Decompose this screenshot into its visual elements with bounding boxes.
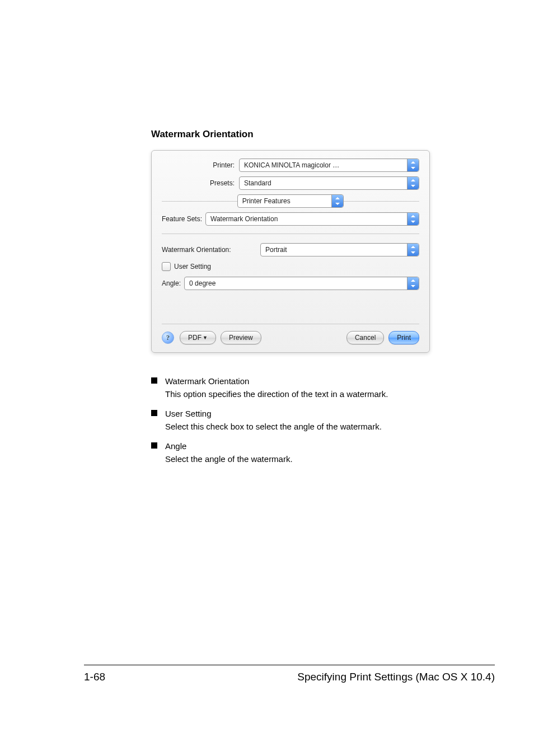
bullet-head: User Setting bbox=[165, 408, 382, 419]
help-button[interactable]: ? bbox=[162, 332, 174, 344]
pdf-menu-button[interactable]: PDF ▼ bbox=[180, 331, 216, 344]
bullet-body: This option specifies the direction of t… bbox=[165, 388, 388, 400]
divider bbox=[162, 324, 419, 324]
print-button[interactable]: Print bbox=[388, 331, 419, 344]
updown-arrows-icon bbox=[331, 195, 343, 207]
list-item: Angle Select the angle of the watermark. bbox=[151, 440, 467, 465]
presets-label: Presets: bbox=[162, 179, 239, 187]
print-dialog: Printer: KONICA MINOLTA magicolor … Pres… bbox=[151, 150, 430, 353]
watermark-orientation-label: Watermark Orientation: bbox=[162, 246, 260, 254]
presets-select[interactable]: Standard bbox=[239, 176, 419, 190]
pane-select-value: Printer Features bbox=[238, 197, 332, 205]
printer-select[interactable]: KONICA MINOLTA magicolor … bbox=[239, 158, 419, 172]
feature-sets-value: Watermark Orientation bbox=[206, 215, 407, 223]
print-label: Print bbox=[397, 334, 411, 342]
bullet-head: Watermark Orientation bbox=[165, 375, 388, 387]
feature-sets-select[interactable]: Watermark Orientation bbox=[205, 212, 419, 226]
divider bbox=[162, 201, 237, 202]
cancel-button[interactable]: Cancel bbox=[346, 331, 384, 344]
bullet-head: Angle bbox=[165, 440, 293, 452]
angle-value: 0 degree bbox=[185, 279, 407, 287]
feature-sets-label: Feature Sets: bbox=[162, 215, 205, 223]
pane-select[interactable]: Printer Features bbox=[237, 194, 344, 208]
bullet-list: Watermark Orientation This option specif… bbox=[151, 375, 467, 465]
printer-select-value: KONICA MINOLTA magicolor … bbox=[240, 161, 407, 169]
section-heading: Watermark Orientation bbox=[151, 129, 467, 140]
divider bbox=[84, 665, 495, 665]
updown-arrows-icon bbox=[407, 177, 419, 189]
presets-select-value: Standard bbox=[240, 179, 407, 187]
angle-label: Angle: bbox=[162, 279, 184, 287]
disclosure-triangle-icon: ▼ bbox=[203, 335, 208, 340]
user-setting-label: User Setting bbox=[174, 263, 211, 270]
page-footer: 1-68 Specifying Print Settings (Mac OS X… bbox=[84, 665, 495, 683]
user-setting-checkbox[interactable] bbox=[162, 262, 171, 271]
divider bbox=[344, 201, 419, 202]
square-bullet-icon bbox=[151, 410, 157, 416]
preview-button[interactable]: Preview bbox=[221, 331, 261, 344]
pdf-menu-label: PDF bbox=[188, 334, 202, 342]
printer-label: Printer: bbox=[162, 161, 239, 169]
angle-select[interactable]: 0 degree bbox=[184, 277, 419, 290]
square-bullet-icon bbox=[151, 377, 157, 384]
divider bbox=[162, 234, 419, 234]
watermark-orientation-select[interactable]: Portrait bbox=[260, 243, 419, 256]
page-number: 1-68 bbox=[84, 671, 105, 683]
list-item: User Setting Select this check box to se… bbox=[151, 408, 467, 432]
updown-arrows-icon bbox=[407, 244, 419, 256]
preview-label: Preview bbox=[229, 334, 253, 342]
bullet-body: Select the angle of the watermark. bbox=[165, 453, 293, 465]
updown-arrows-icon bbox=[407, 159, 419, 171]
watermark-orientation-value: Portrait bbox=[261, 246, 407, 254]
square-bullet-icon bbox=[151, 442, 157, 449]
list-item: Watermark Orientation This option specif… bbox=[151, 375, 467, 400]
updown-arrows-icon bbox=[407, 213, 419, 225]
updown-arrows-icon bbox=[407, 277, 419, 290]
footer-title: Specifying Print Settings (Mac OS X 10.4… bbox=[297, 671, 495, 683]
cancel-label: Cancel bbox=[355, 334, 376, 342]
bullet-body: Select this check box to select the angl… bbox=[165, 421, 382, 432]
